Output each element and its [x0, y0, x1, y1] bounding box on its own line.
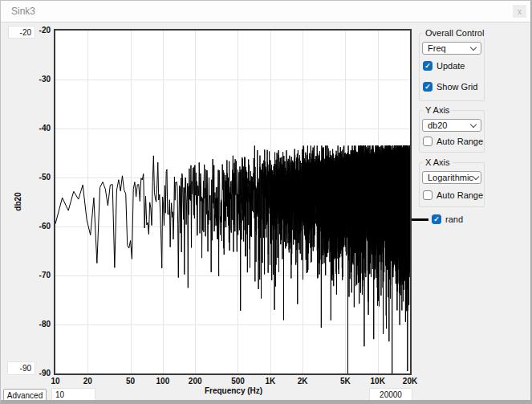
plot-frame: [54, 29, 412, 375]
x-tick-label: 200: [189, 377, 202, 386]
x-auto-range-checkbox-row[interactable]: ✓ Auto Range: [423, 190, 483, 200]
x-min-input[interactable]: [51, 388, 95, 401]
x-axis-group: X Axis Logarithmic ✓ Auto Range: [419, 162, 485, 207]
group-label-overall: Overall Control: [423, 29, 486, 38]
y-tick-label: -30: [17, 75, 51, 84]
x-tick-label: 20K: [403, 377, 417, 386]
x-auto-range-checkbox[interactable]: ✓: [423, 190, 433, 200]
y-min-input[interactable]: [7, 361, 35, 375]
chevron-down-icon: [470, 120, 477, 127]
window-title: Sink3: [11, 6, 35, 17]
x-tick-label: 100: [156, 377, 170, 386]
x-tick-label: 5K: [340, 377, 351, 386]
dropdown-value-x-axis: Logarithmic: [428, 173, 473, 182]
x-tick-label: 50: [126, 377, 135, 386]
y-axis-title: db20: [14, 184, 23, 219]
update-checkbox[interactable]: ✓: [423, 61, 433, 71]
advanced-button[interactable]: Advanced: [3, 389, 47, 402]
y-tick-label: -60: [17, 222, 51, 231]
y-tick-label: -40: [17, 124, 51, 133]
y-tick-label: -80: [17, 320, 51, 329]
legend-label: rand: [445, 214, 463, 224]
group-label-y-axis: Y Axis: [423, 106, 452, 115]
show-grid-checkbox[interactable]: ✓: [423, 82, 433, 92]
chevron-down-icon: [470, 43, 477, 50]
titlebar[interactable]: Sink3 x: [1, 1, 530, 22]
y-axis-dropdown[interactable]: db20: [422, 119, 481, 132]
update-checkbox-row[interactable]: ✓ Update: [423, 61, 465, 71]
overall-control-group: Overall Control Freq ✓ Update ✓ Show Gri…: [419, 33, 485, 101]
dropdown-value-overall: Freq: [428, 43, 446, 53]
y-axis-group: Y Axis db20 ✓ Auto Range: [419, 110, 485, 153]
legend-line: [412, 218, 428, 221]
show-grid-checkbox-label: Show Grid: [437, 82, 477, 92]
x-tick-label: 20: [83, 377, 92, 386]
x-tick-label: 2K: [298, 377, 308, 386]
group-label-x-axis: X Axis: [423, 158, 453, 167]
dropdown-value-y-axis: db20: [428, 120, 447, 130]
y-tick-label: -50: [17, 173, 51, 182]
close-icon: x: [518, 7, 522, 16]
x-tick-label: 500: [231, 377, 245, 386]
x-axis-dropdown[interactable]: Logarithmic: [422, 171, 481, 184]
y-auto-range-label: Auto Range: [437, 137, 483, 146]
y-auto-range-checkbox-row[interactable]: ✓ Auto Range: [423, 137, 483, 146]
rand-series-checkbox[interactable]: ✓: [432, 214, 441, 224]
x-tick-label: 10K: [371, 377, 385, 386]
y-tick-label: -20: [17, 26, 51, 35]
close-button[interactable]: x: [513, 5, 526, 18]
show-grid-checkbox-row[interactable]: ✓ Show Grid: [423, 82, 477, 92]
x-auto-range-label: Auto Range: [437, 190, 483, 200]
x-tick-label: 10: [51, 377, 59, 386]
legend: ✓ rand: [412, 214, 463, 225]
sink3-window: Sink3 x -20-30-40-50-60-70-80-90 1020501…: [0, 0, 532, 404]
check-icon: ✓: [433, 216, 440, 223]
x-tick-label: 1K: [265, 377, 275, 386]
check-icon: ✓: [424, 84, 431, 91]
x-max-input[interactable]: [369, 388, 412, 401]
x-axis-title: Frequency (Hz): [169, 386, 298, 395]
spectrum-canvas[interactable]: [55, 31, 410, 373]
y-tick-label: -70: [17, 271, 51, 280]
overall-control-dropdown[interactable]: Freq: [422, 42, 481, 55]
y-auto-range-checkbox[interactable]: ✓: [423, 137, 433, 146]
check-icon: ✓: [424, 63, 431, 70]
update-checkbox-label: Update: [437, 61, 465, 71]
